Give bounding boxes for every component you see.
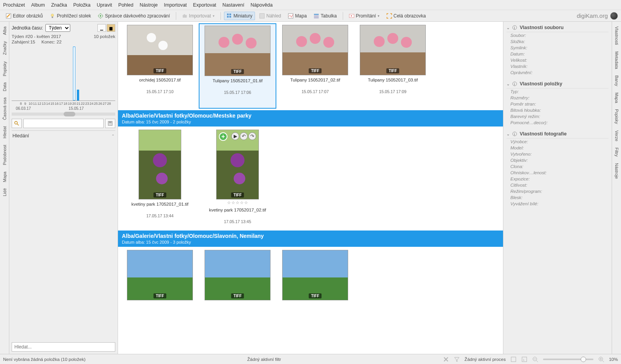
editor-button[interactable]: Editor obrázků bbox=[3, 12, 45, 20]
props-header[interactable]: ⌄ i Vlastnosti fotografie bbox=[507, 130, 609, 139]
thumbnail-image[interactable]: +▶↶↷TIFF bbox=[216, 130, 259, 199]
prop-row: Objektiv: bbox=[507, 157, 609, 163]
rotate-left-icon[interactable]: ↶ bbox=[240, 132, 248, 140]
save-search-button[interactable] bbox=[12, 119, 22, 128]
thumbnail-image[interactable]: TIFF bbox=[127, 25, 193, 75]
svg-rect-17 bbox=[314, 14, 319, 15]
histogram-log-button[interactable]: ▆ bbox=[107, 24, 115, 32]
batch-button[interactable]: Správce dávkového zpracování bbox=[95, 12, 172, 20]
prop-row: Expozice: bbox=[507, 176, 609, 182]
right-tab-barvy[interactable]: Barvy bbox=[614, 72, 620, 89]
rotate-right-icon[interactable]: ↷ bbox=[248, 132, 256, 140]
right-tab-verze[interactable]: Verze bbox=[614, 127, 620, 144]
thumbnail-cell[interactable]: TIFF bbox=[276, 248, 354, 334]
clear-filter-icon[interactable] bbox=[443, 356, 449, 362]
left-tab-alba[interactable]: Alba bbox=[2, 23, 8, 38]
svg-rect-32 bbox=[511, 357, 516, 362]
menu-procházet[interactable]: Procházet bbox=[3, 2, 25, 8]
right-tab-nástroje[interactable]: Nástroje bbox=[614, 160, 620, 182]
slideshow-button[interactable]: Promítání ▾ bbox=[346, 12, 382, 20]
table-view-button[interactable]: Tabulka bbox=[311, 12, 339, 20]
left-tab-popisky[interactable]: Popisky bbox=[2, 58, 8, 80]
group-subtitle: Datum alba: 15 čvc 2009 - 3 položky bbox=[122, 240, 499, 244]
menu-nápověda[interactable]: Nápověda bbox=[250, 2, 272, 8]
thumbnail-cell[interactable]: TIFFTulipany 15052017_02.tif15.05.17 17:… bbox=[276, 23, 354, 109]
histogram-scrollbar[interactable] bbox=[12, 113, 115, 116]
prop-row: Vyvážení bílé: bbox=[507, 201, 609, 207]
histogram-linear-button[interactable]: ▁ bbox=[97, 24, 106, 32]
right-tab-metadata[interactable]: Metadata bbox=[614, 48, 620, 72]
thumbnail-cell[interactable]: TIFForchidej 15052017.tif15.05.17 17:10 bbox=[121, 23, 199, 109]
play-icon[interactable]: ▶ bbox=[231, 132, 239, 140]
chevron-down-icon: ⌄ bbox=[507, 82, 510, 86]
thumbnail-cell[interactable]: +▶↶↷TIFF☆☆☆☆☆kvetiny park 17052017_02.ti… bbox=[199, 128, 276, 229]
left-tab-data[interactable]: Data bbox=[2, 79, 8, 94]
menu-značka[interactable]: Značka bbox=[51, 2, 67, 8]
left-tab-hledat[interactable]: Hledat bbox=[2, 123, 8, 142]
thumbnail-cell[interactable]: TIFFTulipany 15052017_01.tif15.05.17 17:… bbox=[199, 23, 276, 109]
map-view-button[interactable]: Mapa bbox=[285, 12, 309, 20]
timeline-histogram[interactable] bbox=[12, 47, 115, 101]
zoom-fit-icon[interactable] bbox=[510, 356, 517, 362]
thumbnail-image[interactable]: TIFF bbox=[205, 26, 271, 76]
group-subtitle: Datum alba: 15 čvc 2009 - 2 položky bbox=[122, 120, 499, 124]
preview-view-button[interactable]: Náhled bbox=[257, 12, 284, 20]
format-badge: TIFF bbox=[309, 293, 321, 298]
menu-nastavení[interactable]: Nastavení bbox=[222, 2, 244, 8]
zoom-100-icon[interactable]: 1 bbox=[521, 356, 527, 362]
props-header[interactable]: ⌄ i Vlastnosti souboru bbox=[507, 23, 609, 32]
tick: 21 bbox=[76, 102, 80, 106]
props-header[interactable]: ⌄ i Vlastnosti položky bbox=[507, 80, 609, 88]
searches-section-header[interactable]: Hledání ⌃ bbox=[12, 130, 115, 141]
thumbnail-cell[interactable]: TIFFkvetiny park 17052017_01.tif17.05.17… bbox=[121, 128, 199, 229]
rating-stars[interactable]: ☆☆☆☆☆ bbox=[227, 200, 248, 205]
thumbnails-view-button[interactable]: Miniatury bbox=[224, 12, 255, 20]
thumbnail-image[interactable]: TIFF bbox=[205, 250, 271, 300]
right-tab-vlastnosti[interactable]: Vlastnosti bbox=[614, 23, 620, 48]
menu-pohled[interactable]: Pohled bbox=[118, 2, 134, 8]
zoom-in-icon[interactable] bbox=[598, 356, 604, 362]
thumbnail-cell[interactable]: TIFFTulipany 15052017_03.tif15.05.17 17:… bbox=[354, 23, 432, 109]
menu-položka[interactable]: Položka bbox=[73, 2, 90, 8]
add-icon[interactable]: + bbox=[219, 132, 227, 141]
thumbnail-cell[interactable]: TIFF bbox=[121, 248, 199, 334]
zoom-slider[interactable] bbox=[543, 359, 593, 360]
left-tab-mapa[interactable]: Mapa bbox=[2, 168, 8, 185]
menu-album[interactable]: Album bbox=[31, 2, 45, 8]
menu-nástroje[interactable]: Nástroje bbox=[140, 2, 158, 8]
thumbnail-image[interactable]: TIFF bbox=[139, 130, 181, 199]
right-tab-mapa[interactable]: Mapa bbox=[614, 89, 620, 106]
left-tab-podobnost[interactable]: Podobnost bbox=[2, 142, 8, 168]
thumbnail-image[interactable]: TIFF bbox=[282, 250, 348, 300]
import-button[interactable]: Importovat ▾ bbox=[179, 12, 217, 20]
svg-rect-25 bbox=[109, 121, 112, 123]
fullscreen-button[interactable]: Celá obrazovka bbox=[384, 12, 428, 20]
zoom-out-icon[interactable] bbox=[532, 356, 538, 362]
menu-importovat[interactable]: Importovat bbox=[164, 2, 187, 8]
save-icon-button[interactable] bbox=[105, 119, 115, 128]
prop-row: Výrobce: bbox=[507, 139, 609, 145]
timeline-search-input[interactable] bbox=[23, 119, 104, 128]
global-search-input[interactable] bbox=[12, 342, 115, 352]
thumbnail-image[interactable]: TIFF bbox=[127, 250, 193, 300]
filter-status: Žádný aktivní filtr bbox=[247, 357, 281, 362]
chevron-down-icon: ⌄ bbox=[507, 26, 510, 30]
file-name: Tulipany 15052017_02.tif bbox=[290, 78, 340, 82]
right-tab-filtry[interactable]: Filtry bbox=[614, 144, 620, 160]
thumbnail-image[interactable]: TIFF bbox=[282, 25, 348, 75]
left-tab-lidé[interactable]: Lidé bbox=[2, 185, 8, 199]
thumbnail-image[interactable]: TIFF bbox=[360, 25, 426, 75]
status-bar: Není vybrána žádná položka (10 položek) … bbox=[0, 354, 621, 364]
prop-row: Velikost: bbox=[507, 57, 609, 63]
time-unit-select[interactable]: Týden bbox=[45, 24, 70, 32]
filter-icon[interactable] bbox=[454, 356, 460, 362]
menu-exportovat[interactable]: Exportovat bbox=[193, 2, 216, 8]
file-name: Tulipany 15052017_01.tif bbox=[213, 78, 263, 83]
right-tab-popisky[interactable]: Popisky bbox=[614, 106, 620, 127]
left-tab-značky[interactable]: Značky bbox=[2, 38, 8, 58]
menu-upravit[interactable]: Upravit bbox=[97, 2, 112, 8]
left-tab-časová osa[interactable]: Časová osa bbox=[2, 94, 8, 123]
thumbnail-cell[interactable]: TIFF bbox=[199, 248, 276, 334]
lighttable-button[interactable]: Prohlížecí stolek bbox=[47, 12, 94, 20]
tick: 10 bbox=[29, 102, 33, 106]
